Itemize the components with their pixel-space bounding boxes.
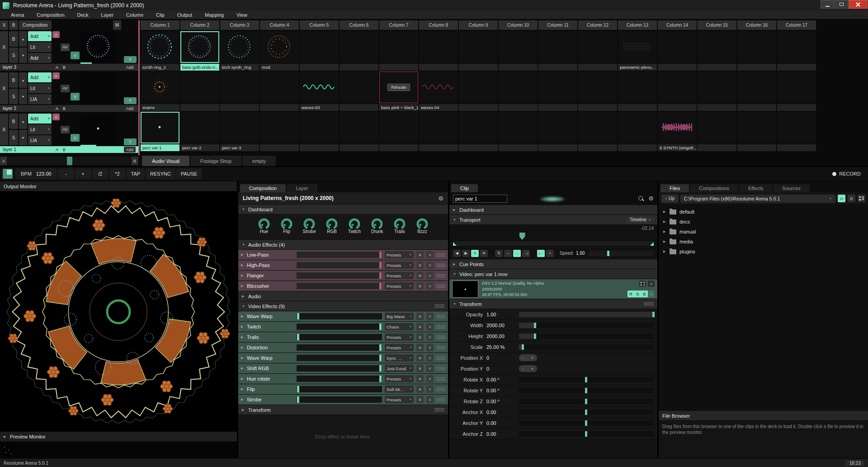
effect-slider[interactable] [297,386,382,392]
empty-clip-cell[interactable] [538,71,577,111]
effect-slider-handle[interactable] [379,252,382,258]
clip-cell[interactable]: waves-04 [419,71,458,111]
effect-bypass-button[interactable]: B [416,354,424,362]
effect-slider-handle[interactable] [297,386,299,392]
transform-value[interactable]: 0 [486,366,519,372]
column-header-4[interactable]: Column 4 [260,20,299,30]
layer-blend-dropdown-3[interactable]: LIA▼ [28,94,52,104]
column-header-2[interactable]: Column 2 [180,20,219,30]
transform-stepper[interactable]: -+ [519,365,537,372]
drag-handle-icon[interactable] [436,357,445,360]
video-file-header[interactable]: ▼ Video: perc var 1.mov [449,269,657,279]
effect-bypass-button[interactable]: B [416,262,424,269]
effect-clear-button[interactable]: X [426,323,434,330]
empty-clip-cell[interactable] [658,31,697,71]
timeline-track[interactable] [453,241,654,246]
clip-cell[interactable]: snarre [141,71,179,111]
layer-down-button[interactable]: ▼ [19,48,27,63]
video-effect-row[interactable]: ▶TrailsPresets▼BX [238,332,448,343]
deck-b-button[interactable]: B [848,195,855,202]
layer-fader-b[interactable]: B [61,148,68,152]
audio-effect-row[interactable]: ▶Low-PassPresets▼BX [238,250,448,260]
empty-clip-cell[interactable] [340,31,378,71]
effect-slider[interactable] [297,272,382,279]
clip-thumbnail[interactable] [300,112,339,143]
dashboard-knob-drunk[interactable]: Drunk [368,216,386,239]
effect-preset-dropdown[interactable]: Soft Mi...▼ [385,386,414,393]
clip-thumbnail[interactable] [698,31,736,63]
effect-bypass-button[interactable]: B [416,282,424,290]
layer-video-button[interactable]: V [71,93,80,100]
effect-slider-handle[interactable] [379,355,382,361]
list-view-icon[interactable] [858,195,865,202]
effect-slider-handle[interactable] [379,365,382,372]
layer-blend-dropdown-2[interactable]: Lit▼ [28,42,52,52]
clip-thumbnail[interactable] [300,31,339,63]
channel-g-button[interactable]: G [634,291,641,297]
transform-value[interactable]: 0.00 [486,410,519,415]
effect-bypass-button[interactable]: B [416,344,424,351]
transform-slider[interactable] [519,344,654,350]
clip-thumbnail[interactable] [419,71,458,103]
effect-drop-zone[interactable]: Drop effect or mask here. [238,415,448,458]
transport-button[interactable]: II [471,250,479,257]
video-effect-row[interactable]: ▶Wave WarpBig Wave▼BX [238,311,448,322]
empty-clip-cell[interactable] [658,71,697,111]
transform-slider-handle[interactable] [585,431,587,437]
clip-thumbnail[interactable]: Relocate [379,71,418,103]
layer-audio-button[interactable]: A [52,72,60,79]
transport-button[interactable]: → [513,250,521,257]
empty-clip-cell[interactable] [777,31,816,71]
empty-clip-cell[interactable] [698,31,736,71]
empty-clip-cell[interactable] [180,71,219,111]
clip-thumbnail[interactable] [538,112,577,143]
clip-thumbnail[interactable] [658,71,697,103]
clip-thumbnail[interactable] [459,71,498,103]
clip-thumbnail[interactable] [777,112,816,143]
transport-button[interactable]: ▶ [462,250,470,257]
stepper-plus[interactable]: + [531,367,533,371]
stepper-minus[interactable]: - [523,356,524,360]
column-header-5[interactable]: Column 5 [300,20,339,30]
empty-clip-cell[interactable] [300,112,339,151]
empty-clip-cell[interactable] [260,112,299,151]
crossfader-b-button[interactable]: B [131,157,138,165]
composition-transform-header[interactable]: ▶ Transform [238,405,448,415]
layer-x-button[interactable]: X [0,114,8,145]
layer-bypass-button[interactable]: B [9,114,18,129]
empty-clip-cell[interactable] [737,71,776,111]
clip-thumbnail[interactable] [737,112,776,143]
effect-preset-dropdown[interactable]: Presets▼ [385,262,414,269]
bpm-button-2[interactable]: *2 [109,168,126,179]
empty-clip-cell[interactable] [220,71,259,111]
clip-cell[interactable]: tech synth_ring [220,31,259,71]
drag-handle-icon[interactable] [644,302,654,305]
clip-thumbnail[interactable] [578,112,617,143]
clip-name-input[interactable] [453,195,507,203]
clip-cell[interactable]: 6 SYNTH (eingefr... [658,112,697,151]
tab-compositions[interactable]: Compositions [690,184,738,192]
effect-bypass-button[interactable]: B [416,334,424,341]
effect-clear-button[interactable]: X [426,386,434,393]
effect-bypass-button[interactable]: B [416,365,424,372]
column-header-10[interactable]: Column 10 [499,20,538,30]
cue-points-header[interactable]: ▶ Cue Points [449,259,657,269]
empty-clip-cell[interactable] [698,71,736,111]
composition-label[interactable]: Composition [19,20,52,30]
transform-slider-handle[interactable] [585,377,587,382]
effect-preset-dropdown[interactable]: Chaos▼ [385,323,414,330]
empty-clip-cell[interactable] [419,31,458,71]
tab-composition[interactable]: Composition [240,184,286,192]
effect-slider-handle[interactable] [297,334,299,340]
clip-thumbnail[interactable] [538,71,577,103]
transform-value[interactable]: 0.00 ° [486,377,519,382]
drag-handle-icon[interactable] [436,325,445,329]
path-dropdown[interactable]: C:\Program Files (x86)\Resolume Arena 5.… [680,195,835,203]
clip-cell[interactable]: bass gelb ende ri... [180,31,219,71]
speed-slider-handle[interactable] [607,251,609,256]
empty-clip-cell[interactable] [379,31,418,71]
master-button[interactable]: M [113,20,121,30]
deck-tab-empty[interactable]: empty [242,156,276,166]
clip-thumbnail[interactable] [260,31,299,63]
transform-slider-handle[interactable] [585,388,587,393]
